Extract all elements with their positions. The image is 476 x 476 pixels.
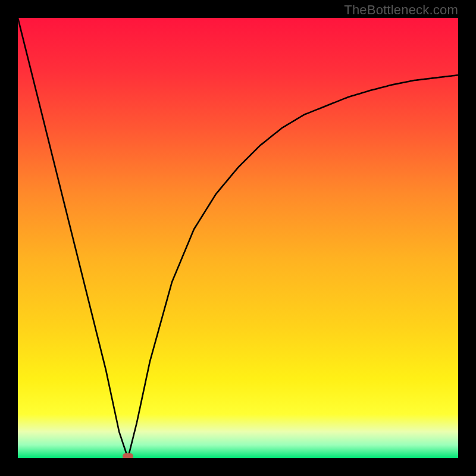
curve-polyline xyxy=(18,18,458,458)
watermark-label: TheBottleneck.com xyxy=(344,2,458,18)
chart-frame: TheBottleneck.com xyxy=(0,0,476,476)
optimal-point-marker xyxy=(123,453,133,459)
plot-area xyxy=(18,18,458,458)
bottleneck-curve xyxy=(18,18,458,458)
